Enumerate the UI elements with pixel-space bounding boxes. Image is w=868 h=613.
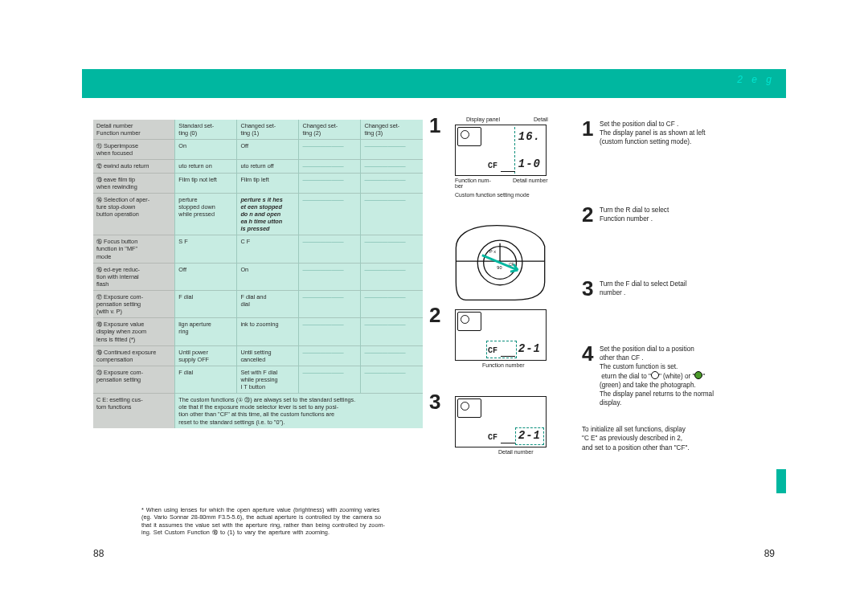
steps-text-column: 1 Set the position dial to CF . The disp…	[582, 120, 778, 452]
row-label: ⑫ ewind auto return	[93, 160, 175, 173]
caption: Custom function setting mode	[455, 192, 530, 198]
table-row-reset: C E: esetting cus-tom functionsThe custo…	[93, 394, 423, 428]
row-value: ———————	[361, 140, 423, 160]
section-tab	[776, 469, 786, 493]
step-number-icon: 1	[429, 113, 440, 138]
row-value: perture s it hes et een stoppeddo n and …	[237, 193, 299, 235]
row-value: ———————	[361, 235, 423, 263]
row-value: ———————	[299, 173, 361, 193]
step-instruction-cont: other than CF .	[600, 353, 778, 362]
row-value: Until settingcancelled	[237, 345, 299, 366]
custom-function-table: Detail number Function number Standard s…	[93, 120, 423, 428]
row-value: ———————	[361, 290, 423, 317]
two-page-spread: Detail number Function number Standard s…	[0, 0, 868, 613]
row-value: On	[237, 263, 299, 290]
caption: Detail number	[498, 449, 534, 455]
page-number-left: 88	[93, 548, 104, 559]
illustration-column: 1 Display panel Detail 16. CF 1-0 Functi…	[434, 120, 566, 481]
row-value: ———————	[361, 193, 423, 235]
step-number-icon: 3	[582, 280, 596, 298]
lcd-cf-label: CF	[488, 161, 497, 170]
pages-container: Detail number Function number Standard s…	[82, 69, 786, 613]
caption: Display panel	[466, 116, 500, 122]
row-label: ⑬ eave film tipwhen rewinding	[93, 173, 175, 193]
table-row: ⑪ Superimposewhen focusedOnOff——————————…	[93, 140, 423, 160]
lcd-value: 1-0	[518, 157, 541, 170]
illustration-3: 3 CF 2-1 Detail number	[434, 396, 555, 468]
header-cell: Changed set-ting (2)	[299, 120, 361, 140]
display-panel: CF 2-1	[455, 396, 547, 447]
row-value: ———————	[361, 345, 423, 366]
row-value: ———————	[299, 193, 361, 235]
row-value: uto return on	[175, 160, 237, 173]
row-value-merged: The custom functions (① ⑳) are always se…	[175, 394, 423, 428]
table-row: ⑳ Exposure com-pensation settingF dialSe…	[93, 366, 423, 393]
page-number-right: 89	[764, 548, 775, 559]
row-label: C E: esetting cus-tom functions	[93, 394, 175, 428]
step-number-icon: 4	[582, 345, 596, 407]
header-continuation: 2 e g	[737, 74, 775, 85]
row-label: ⑯ ed-eye reduc-tion with internalflash	[93, 263, 175, 290]
row-value: Until powersupply OFF	[175, 345, 237, 366]
row-value: Film tip left	[237, 173, 299, 193]
step-instruction: Turn the F dial to select Detail number …	[600, 280, 778, 297]
step-number-icon: 2	[429, 303, 440, 328]
illustration-2: 2 CF 2-1 Function number	[434, 309, 555, 383]
table-row: ⑰ Exposure com-pensation setting(with v.…	[93, 290, 423, 317]
step-number-icon: 3	[429, 390, 440, 415]
step-note: eturn the dial to "" (white) or "" (gree…	[600, 371, 778, 390]
header-cell: Detail number Function number	[93, 120, 175, 140]
row-value: Set with F dialwhile pressingI T button	[237, 366, 299, 393]
header-cell: Changed set-ting (1)	[237, 120, 299, 140]
display-panel: 16. CF 1-0	[455, 125, 547, 176]
svg-text:CF: CF	[509, 263, 514, 267]
row-value: Off	[175, 263, 237, 290]
white-dot-icon	[651, 371, 659, 379]
lcd-value: 2-1	[518, 429, 541, 442]
table-row: ⑭ Selection of aper-ture stop-downbutton…	[93, 193, 423, 235]
row-value: perturestopped downwhile pressed	[175, 193, 237, 235]
step-instruction: Turn the R dial to select Function numbe…	[600, 206, 778, 223]
lcd-cf-label: CF	[488, 433, 497, 442]
row-value: ———————	[361, 173, 423, 193]
step-3: 3 Turn the F dial to select Detail numbe…	[582, 280, 778, 298]
illustration-1: 1 Display panel Detail 16. CF 1-0 Functi…	[434, 120, 555, 208]
caption: Function number	[482, 362, 525, 368]
svg-text:90: 90	[497, 265, 502, 270]
row-label: ⑭ Selection of aper-ture stop-downbutton…	[93, 193, 175, 235]
row-value: ———————	[299, 160, 361, 173]
step-instruction: Set the position dial to a position	[600, 345, 778, 353]
row-value: Off	[237, 140, 299, 160]
green-dot-icon	[694, 371, 702, 379]
row-value: ———————	[299, 345, 361, 366]
caption: Detail number	[513, 178, 548, 183]
caption: Function num- ber	[455, 178, 491, 189]
step-number-icon: 1	[582, 120, 596, 146]
row-value: ———————	[361, 318, 423, 345]
row-value: ———————	[299, 318, 361, 345]
row-label: ⑲ Continued exposurecompensation	[93, 345, 175, 366]
row-value: F dial	[175, 366, 237, 393]
row-value: F dial	[175, 290, 237, 317]
header-cell: Changed set-ting (3)	[361, 120, 423, 140]
row-label: ⑪ Superimposewhen focused	[93, 140, 175, 160]
lcd-cf-label: CF	[488, 346, 497, 355]
table-row: ⑬ eave film tipwhen rewindingFilm tip no…	[93, 173, 423, 193]
header-bar-right: 2 e g	[434, 69, 786, 98]
step-4: 4 Set the position dial to a position ot…	[582, 345, 778, 407]
lcd-value: 2-1	[518, 342, 541, 355]
row-value: lign aperturering	[175, 318, 237, 345]
row-label: ⑱ Exposure valuedisplay when zoomlens is…	[93, 318, 175, 345]
row-value: ———————	[361, 366, 423, 393]
row-value: On	[175, 140, 237, 160]
step-2: 2 Turn the R dial to select Function num…	[582, 206, 778, 224]
initialize-note: To initialize all set functions, display…	[582, 425, 778, 452]
caption: Detail	[534, 116, 548, 122]
footnote: * When using lenses for which the open a…	[141, 506, 423, 537]
table-header-row: Detail number Function number Standard s…	[93, 120, 423, 140]
row-value: ———————	[361, 160, 423, 173]
row-value: ———————	[361, 263, 423, 290]
lcd-value: 16.	[518, 130, 541, 143]
row-value: ———————	[299, 140, 361, 160]
row-value: C F	[237, 235, 299, 263]
